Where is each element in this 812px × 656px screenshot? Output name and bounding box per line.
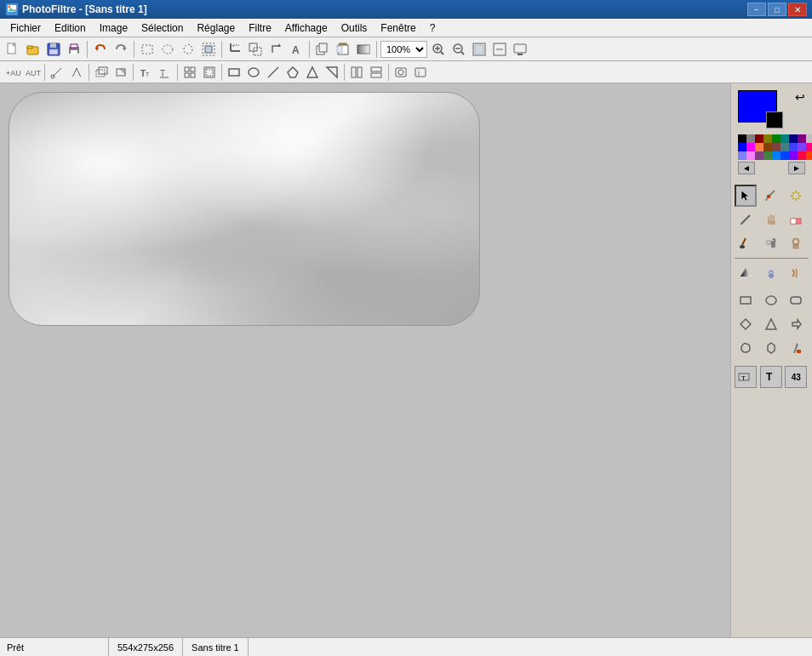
select-magic-tb2[interactable]: [48, 63, 66, 82]
palette-prev-button[interactable]: ◄: [738, 162, 755, 174]
arrow-shape-tool[interactable]: [785, 313, 807, 335]
palette-color-#804040[interactable]: [772, 143, 781, 151]
lasso-shape-tool[interactable]: [735, 337, 757, 359]
palette-color-#ff80ff[interactable]: [746, 151, 755, 160]
zoom-out-button[interactable]: [449, 40, 468, 59]
menu-help[interactable]: ?: [423, 19, 443, 37]
zoom-fit-button[interactable]: [470, 40, 489, 59]
foreground-color[interactable]: [738, 90, 777, 123]
menu-filtre[interactable]: Filtre: [242, 19, 278, 37]
palette-color-#0000ff[interactable]: [738, 143, 746, 151]
palette-color-#008080[interactable]: [781, 134, 789, 143]
triangle-shape-button[interactable]: [303, 63, 322, 82]
polygon-shape-button[interactable]: [283, 63, 302, 82]
zoom-in-button[interactable]: [429, 40, 448, 59]
select-lasso-button[interactable]: [179, 40, 197, 59]
triangle-shape-tool[interactable]: [760, 313, 782, 335]
palette-color-#808000[interactable]: [763, 134, 772, 143]
print-button[interactable]: [65, 40, 83, 59]
palette-color-#408040[interactable]: [763, 151, 772, 160]
redo-button[interactable]: [112, 40, 130, 59]
fill-shape-tool[interactable]: [785, 337, 807, 359]
select-all-button[interactable]: [199, 40, 218, 59]
poly-shape-tool[interactable]: [760, 337, 782, 359]
screen-button[interactable]: [511, 40, 529, 59]
gradient-tool[interactable]: [735, 262, 757, 284]
palette-color-#008000[interactable]: [772, 134, 781, 143]
menu-selection[interactable]: Sélection: [134, 19, 190, 37]
vsplit-button[interactable]: [347, 63, 366, 82]
menu-outils[interactable]: Outils: [335, 19, 375, 37]
palette-color-#ff4000[interactable]: [806, 151, 812, 160]
menu-edition[interactable]: Edition: [48, 19, 93, 37]
palette-color-#8000ff[interactable]: [789, 151, 798, 160]
counter-tool[interactable]: 43: [785, 366, 807, 388]
transform2-button[interactable]: [112, 63, 130, 82]
border-button[interactable]: [200, 63, 219, 82]
background-color[interactable]: [766, 111, 783, 128]
palette-color-#000000[interactable]: [738, 134, 746, 143]
palette-color-#0040ff[interactable]: [781, 151, 789, 160]
palette-color-#408080[interactable]: [781, 143, 789, 151]
minimize-button[interactable]: −: [747, 3, 766, 16]
roundrect-shape-tool[interactable]: [785, 289, 807, 311]
zoom-select[interactable]: 100% 25% 50% 75% 150% 200%: [380, 41, 427, 58]
new-button[interactable]: [3, 40, 22, 59]
palette-color-#808080[interactable]: [746, 134, 755, 143]
ellipse-shape-button[interactable]: [244, 63, 263, 82]
palette-color-#8040ff[interactable]: [798, 143, 806, 151]
select-rect-tb2[interactable]: +AUTO: [3, 63, 22, 82]
palette-color-#804000[interactable]: [763, 143, 772, 151]
smudge-tool[interactable]: [785, 262, 807, 284]
pointer-tool[interactable]: [735, 185, 757, 207]
open-button[interactable]: [24, 40, 43, 59]
blur-tool[interactable]: [760, 262, 782, 284]
palette-color-#800080[interactable]: [798, 134, 806, 143]
copy-button[interactable]: [313, 40, 332, 59]
resize-button[interactable]: [246, 40, 265, 59]
maximize-button[interactable]: □: [768, 3, 786, 16]
menu-fenetre[interactable]: Fenêtre: [374, 19, 422, 37]
palette-color-#ff0040[interactable]: [798, 151, 806, 160]
palette-color-#804080[interactable]: [755, 151, 763, 160]
canvas-area[interactable]: [0, 83, 730, 637]
stamp-tool[interactable]: [785, 232, 807, 254]
grid-button[interactable]: [180, 63, 199, 82]
palette-color-#800000[interactable]: [755, 134, 763, 143]
palette-color-#0080ff[interactable]: [772, 151, 781, 160]
text-button[interactable]: A: [287, 40, 306, 59]
zoom-actual-button[interactable]: [490, 40, 509, 59]
close-button[interactable]: ✕: [788, 3, 807, 16]
save-button[interactable]: [44, 40, 63, 59]
menu-fichier[interactable]: Fichier: [3, 19, 48, 37]
palette-color-#8080ff[interactable]: [738, 151, 746, 160]
text-format-button[interactable]: TT: [136, 63, 155, 82]
brush-tool[interactable]: [735, 232, 757, 254]
palette-color-#4040ff[interactable]: [789, 143, 798, 151]
palette-color-#ff0080[interactable]: [806, 143, 812, 151]
crop-button[interactable]: [226, 40, 244, 59]
text-tool2[interactable]: T: [760, 366, 782, 388]
palette-color-#ff8040[interactable]: [755, 143, 763, 151]
select-ellipse-button[interactable]: [158, 40, 177, 59]
tb2-btn2[interactable]: [67, 63, 86, 82]
hand-tool[interactable]: [760, 208, 782, 231]
magic-wand-tool[interactable]: [785, 185, 807, 207]
rect-shape-button[interactable]: [225, 63, 243, 82]
palette-color-#ff00ff[interactable]: [746, 143, 755, 151]
text-format2-button[interactable]: T: [156, 63, 174, 82]
ellipse-shape-tool[interactable]: [760, 289, 782, 311]
undo-button[interactable]: [91, 40, 110, 59]
pencil-tool[interactable]: [735, 208, 757, 231]
rotate-button[interactable]: [266, 40, 285, 59]
eraser-tool[interactable]: [785, 208, 807, 231]
effects-button[interactable]: [354, 40, 373, 59]
menu-reglage[interactable]: Réglage: [190, 19, 242, 37]
eyedropper-tool[interactable]: [760, 185, 782, 207]
airbrush-tool[interactable]: [760, 232, 782, 254]
rtriangle-shape-button[interactable]: [323, 63, 341, 82]
info-button[interactable]: i: [411, 63, 430, 82]
line-shape-button[interactable]: [264, 63, 283, 82]
palette-color-#c0c0c0[interactable]: [806, 134, 812, 143]
select-auto-tb2[interactable]: AUTO: [23, 63, 42, 82]
